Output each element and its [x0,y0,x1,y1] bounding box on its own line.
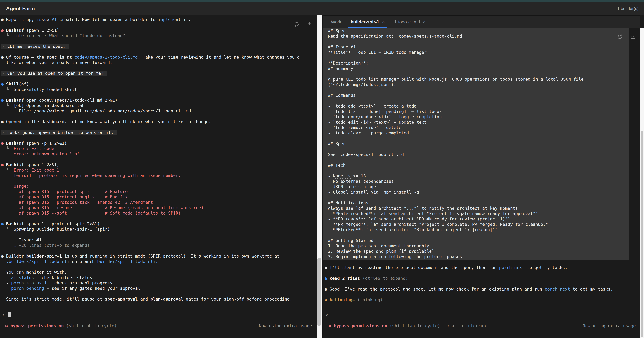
terminal-line: ● Opened in the dashboard. Let me know w… [1,119,316,124]
terminal-line [328,71,629,77]
terminal-line [324,270,628,276]
terminal-line [1,291,316,296]
inline-link[interactable]: #1 [52,17,57,22]
text-segment: to get my tasks. [524,265,568,270]
terminal-line: - `todo clear` — purge completed [328,130,629,136]
refresh-icon[interactable] [617,34,623,39]
terminal-line: File: /home/waleedk_gmail_com/dev/todo-m… [1,108,316,114]
text-segment: ● [324,265,330,270]
permissions-mode-label[interactable]: bypass permissions on [10,323,64,328]
inline-link[interactable]: .builders/spir-1-todo-cli [6,259,70,264]
user-chevron-icon: › [2,44,4,49]
spec-document-viewer[interactable]: ## SpecRead the specification at: `codev… [324,28,629,259]
terminal-line: - Global install via `npm install -g` [328,190,629,195]
terminal-line: └ Successfully loaded skill [1,87,316,92]
terminal-line: - **PR merged**: `af send architect "Pro… [328,222,629,227]
left-status-bar: ▶▶ bypass permissions on (shift+tab to c… [0,322,317,329]
text-segment: to get my tasks. [570,287,613,292]
terminal-line: └ Error: Exit code 1 [1,167,316,173]
user-message-text: Can you use af open to open it for me? [7,71,104,76]
text-segment: Read 2 files [330,276,362,281]
inline-link[interactable]: porch next [545,287,570,292]
close-icon[interactable]: × [382,19,385,25]
text-segment: (af spawn 1 2>&1) [16,28,60,33]
mode-hint-text: (shift+tab to cycle) · esc to interrupt [390,323,488,328]
window-accent-strip [0,0,644,2]
refresh-icon[interactable] [294,22,299,27]
text-segment: ● [324,287,330,292]
left-pane-scrollbar[interactable] [317,16,322,338]
text-segment: . Take your time reviewing it and let me… [138,55,300,60]
text-segment: - [1,275,11,280]
inline-link[interactable]: builder/spir-1-todo-cli [97,259,156,264]
text-segment: is up and running in strict mode (SPIR p… [62,254,280,259]
right-prompt-input[interactable]: › [324,309,640,320]
inline-link[interactable]: porch next [499,265,524,270]
tab-work[interactable]: Work [326,16,346,28]
builder-tabbar: Work builder-spir-1 × 1-todo-cli.md × [324,16,640,28]
text-segment: ## Spec [328,141,346,146]
tab-builder-spir-1[interactable]: builder-spir-1 × [346,16,390,28]
terminal-line: ● Repo is up, issue #1 created. Now let … [1,17,316,22]
inline-link[interactable]: af status [11,275,34,280]
terminal-line [1,124,316,130]
download-icon[interactable] [630,34,636,39]
user-message-text: LEt me review the spec. [7,44,65,49]
text-segment: (af spawn 1 --protocol spir 2>&1) [16,221,100,226]
close-icon[interactable]: × [423,19,426,25]
download-icon[interactable] [307,22,312,27]
terminal-line: Issue: #1 [1,237,316,243]
inline-link[interactable]: codev/specs/1-todo-cli.md [74,55,138,60]
text-segment: └ [1,87,14,92]
left-scrollbar-thumb[interactable] [317,258,322,326]
terminal-line: - **Gate reached**: `af send architect "… [328,211,629,216]
right-scrollbar-thumb[interactable] [641,131,644,337]
right-pane-scrollbar[interactable] [640,28,644,338]
app-title: Agent Farm [6,6,35,12]
text-segment: Opened in the dashboard. Let me know wha… [6,119,211,124]
text-segment: - Global install via `npm install -g` [328,190,422,195]
text-segment: — check protocol progress [47,280,112,285]
terminal-line: ## Spec [328,141,629,146]
text-segment: (af open codev/specs/1-todo-cli.md 2>&1) [16,98,118,103]
text-segment: [ok] Opened in dashboard tab [14,103,84,108]
terminal-line: ## Summary [328,66,629,71]
terminal-line: ## Getting Started [328,238,629,243]
text-segment: (ctrl+o to expand) [362,276,408,281]
terminal-line [1,216,316,221]
tab-label: Work [331,19,341,25]
prompt-chevron: › [325,312,329,317]
text-segment: - JSON file storage [328,184,376,189]
terminal-line: ## Notifications [328,200,629,206]
terminal-line: - `todo remove <id>` — delete [328,125,629,130]
tab-1-todo-cli-md[interactable]: 1-todo-cli.md × [390,16,430,28]
text-segment: - **PR merged**: `af send architect "Pro… [328,222,550,227]
text-segment: - [328,174,333,179]
text-segment: ✱ Actioning… [324,297,358,302]
text-segment: └ [1,227,14,232]
terminal-line: ● Skill(af) [1,81,316,87]
text-segment: File: /home/waleedk_gmail_com/dev/todo-m… [1,108,191,113]
terminal-line: - porch status 1 — check protocol progre… [1,280,316,286]
terminal-line: ● Of course — the spec is at codev/specs… [1,55,316,60]
inline-link[interactable]: porch pending [11,286,44,291]
permissions-mode-label[interactable]: bypass permissions on [334,323,387,328]
text-segment: Bash [6,162,16,167]
terminal-line: 1. Read the protocol document thoroughly [328,243,629,249]
terminal-line [1,49,316,55]
text-segment: 3. Begin implementation following the pr… [328,254,462,259]
inline-link[interactable]: porch status 1 [11,280,47,285]
text-segment: ## Issue #1 [328,45,356,50]
output-divider [1,232,316,237]
text-segment: - [1,280,11,285]
left-prompt-input[interactable]: › [0,309,317,320]
terminal-line: af spawn 315 --resume # Resume (reads pr… [1,205,316,210]
text-segment: ● [1,17,6,22]
text-segment: and [138,297,150,302]
text-segment: ● [1,141,6,146]
text-segment: - `todo done/undone <id>` — toggle compl… [328,114,442,119]
text-segment: ● [1,28,6,33]
terminal-line [328,87,629,93]
terminal-line: ● Bash(af open codev/specs/1-todo-cli.md… [1,97,316,103]
text-segment: [error] --protocol is required when spaw… [1,173,181,178]
